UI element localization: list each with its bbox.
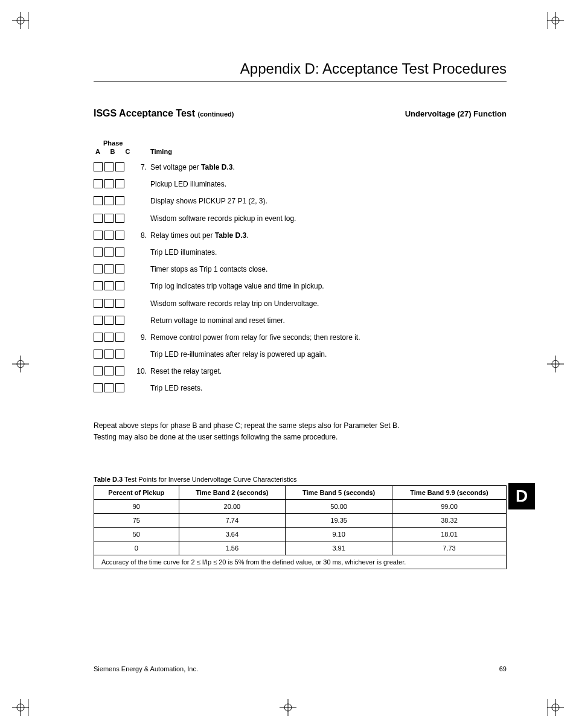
checkbox[interactable]: [94, 196, 103, 205]
function-title: Undervoltage (27) Function: [405, 109, 507, 118]
checkbox[interactable]: [104, 214, 114, 223]
checkbox[interactable]: [115, 247, 124, 257]
step-text: Trip LED illuminates.: [150, 247, 507, 257]
checkbox[interactable]: [104, 179, 114, 188]
checkbox[interactable]: [104, 247, 114, 257]
checkbox[interactable]: [115, 383, 124, 392]
checkbox[interactable]: [94, 316, 103, 325]
step-text: Trip log indicates trip voltage value an…: [150, 281, 507, 291]
table-cell: 3.64: [179, 528, 286, 541]
checkbox[interactable]: [104, 350, 114, 359]
checkbox[interactable]: [104, 383, 114, 392]
phase-abc: A B C: [94, 148, 135, 155]
checkbox[interactable]: [94, 333, 103, 342]
crop-mark-icon: [12, 12, 29, 29]
checkbox[interactable]: [104, 316, 114, 325]
step-row: Trip LED illuminates.: [94, 247, 507, 257]
step-text: Reset the relay target.: [150, 366, 507, 376]
checkbox[interactable]: [94, 383, 103, 392]
table-row: 503.649.1018.01: [94, 528, 507, 541]
checkbox[interactable]: [94, 231, 103, 240]
checkbox[interactable]: [115, 162, 124, 171]
step-text: Set voltage per Table D.3.: [150, 162, 507, 172]
appendix-title: Appendix D: Acceptance Test Procedures: [94, 60, 507, 81]
checkbox[interactable]: [94, 366, 103, 375]
step-number: 8.: [135, 231, 150, 240]
checkbox[interactable]: [94, 264, 103, 273]
checkbox[interactable]: [115, 366, 124, 375]
checkbox[interactable]: [104, 231, 114, 240]
step-row: Trip LED resets.: [94, 383, 507, 393]
crop-mark-icon: [12, 699, 29, 716]
checkbox[interactable]: [115, 196, 124, 205]
step-row: Wisdom software records pickup in event …: [94, 214, 507, 223]
checkbox[interactable]: [115, 264, 124, 273]
checkbox[interactable]: [104, 264, 114, 273]
step-text: Trip LED re-illuminates after relay is p…: [150, 350, 507, 359]
table-cell: 90: [94, 500, 179, 514]
checkbox[interactable]: [115, 179, 124, 188]
table-cell: 50.00: [286, 500, 392, 514]
table-header: Percent of Pickup: [94, 486, 179, 500]
checkbox[interactable]: [104, 299, 114, 308]
checkbox[interactable]: [104, 366, 114, 375]
accuracy-note: Accuracy of the time curve for 2 ≤ I/Ip …: [94, 555, 507, 569]
checkbox[interactable]: [94, 350, 103, 359]
note-line: Repeat above steps for phase B and phase…: [94, 420, 507, 432]
table-caption: Table D.3 Test Points for Inverse Underv…: [94, 476, 507, 483]
checkbox[interactable]: [94, 162, 103, 171]
table-cell: 18.01: [392, 528, 506, 541]
step-row: 10.Reset the relay target.: [94, 366, 507, 376]
checkbox[interactable]: [115, 231, 124, 240]
step-text: Pickup LED illuminates.: [150, 179, 507, 189]
checkbox[interactable]: [94, 299, 103, 308]
checkbox[interactable]: [104, 281, 114, 290]
step-row: Timer stops as Trip 1 contacts close.: [94, 264, 507, 274]
checkbox[interactable]: [104, 333, 114, 342]
step-row: 9.Remove control power from relay for fi…: [94, 333, 507, 342]
table-cell: 1.56: [179, 541, 286, 555]
checkbox[interactable]: [115, 350, 124, 359]
crop-mark-icon: [547, 12, 564, 29]
checkbox[interactable]: [94, 214, 103, 223]
step-row: Trip log indicates trip voltage value an…: [94, 281, 507, 291]
table-cell: 20.00: [179, 500, 286, 514]
table-cell: 9.10: [286, 528, 392, 541]
timing-label: Timing: [150, 148, 172, 155]
table-row: 01.563.917.73: [94, 541, 507, 555]
step-number: 10.: [135, 366, 150, 376]
checkbox[interactable]: [115, 333, 124, 342]
table-cell: 75: [94, 514, 179, 528]
section-title: ISGS Acceptance Test (continued): [94, 108, 234, 119]
crop-mark-icon: [547, 699, 564, 716]
step-text: Wisdom software records pickup in event …: [150, 214, 507, 223]
step-text: Remove control power from relay for five…: [150, 333, 507, 342]
table-row: 9020.0050.0099.00: [94, 500, 507, 514]
step-row: Pickup LED illuminates.: [94, 179, 507, 189]
step-number: 7.: [135, 162, 150, 172]
checkbox[interactable]: [94, 247, 103, 257]
table-cell: 3.91: [286, 541, 392, 555]
table-header: Time Band 9.9 (seconds): [392, 486, 506, 500]
checkbox[interactable]: [94, 281, 103, 290]
checkbox[interactable]: [115, 299, 124, 308]
checkbox[interactable]: [115, 316, 124, 325]
table-cell: 7.74: [179, 514, 286, 528]
page-number: 69: [499, 665, 507, 672]
note-line: Testing may also be done at the user set…: [94, 432, 507, 443]
step-row: 7.Set voltage per Table D.3.: [94, 162, 507, 172]
crop-mark-icon: [280, 699, 296, 716]
table-cell: 19.35: [286, 514, 392, 528]
table-cell: 38.32: [392, 514, 506, 528]
checkbox[interactable]: [104, 196, 114, 205]
checkbox[interactable]: [115, 281, 124, 290]
table-cell: 50: [94, 528, 179, 541]
checkbox[interactable]: [94, 179, 103, 188]
table-header: Time Band 2 (seconds): [179, 486, 286, 500]
step-text: Relay times out per Table D.3.: [150, 231, 507, 240]
step-row: Trip LED re-illuminates after relay is p…: [94, 350, 507, 359]
table-row: 757.7419.3538.32: [94, 514, 507, 528]
checkbox[interactable]: [104, 162, 114, 171]
checkbox[interactable]: [115, 214, 124, 223]
step-row: Return voltage to nominal and reset time…: [94, 316, 507, 325]
